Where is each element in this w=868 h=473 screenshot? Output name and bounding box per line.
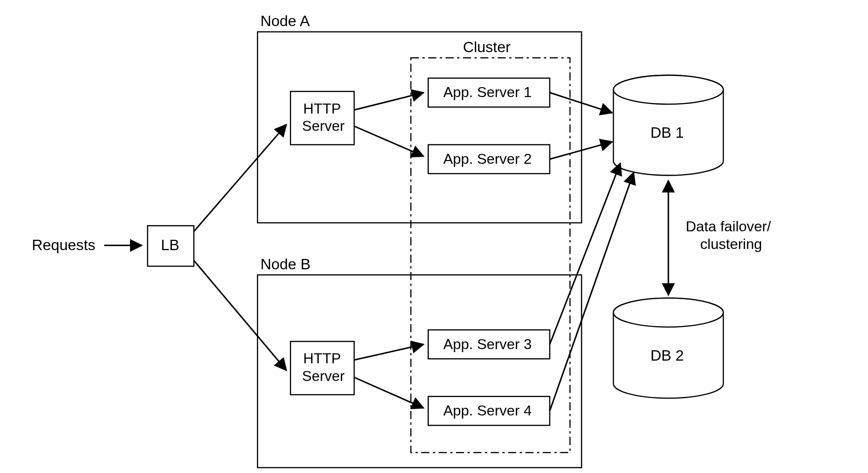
arrow-lb-to-httpB bbox=[194, 260, 286, 371]
arrow-app3-to-db1 bbox=[550, 163, 620, 344]
node-b-title: Node B bbox=[260, 255, 311, 272]
http-server-a-line2: Server bbox=[302, 118, 345, 134]
svg-point-1 bbox=[613, 75, 723, 104]
db1-label: DB 1 bbox=[651, 124, 684, 141]
failover-line1: Data failover/ bbox=[686, 218, 771, 234]
app-server-1-label: App. Server 1 bbox=[443, 84, 532, 100]
arrow-httpB-to-app4 bbox=[354, 377, 423, 408]
http-server-b-line1: HTTP bbox=[303, 350, 341, 366]
arrow-app1-to-db1 bbox=[550, 92, 612, 113]
arrow-httpA-to-app1 bbox=[354, 92, 423, 110]
failover-line2: clustering bbox=[700, 236, 762, 252]
db2-label: DB 2 bbox=[651, 347, 684, 364]
app-server-4-label: App. Server 4 bbox=[443, 402, 532, 419]
arrow-httpA-to-app2 bbox=[354, 126, 423, 156]
svg-point-3 bbox=[613, 298, 723, 327]
app-server-3-label: App. Server 3 bbox=[443, 336, 532, 352]
arrow-httpB-to-app3 bbox=[354, 344, 423, 360]
http-server-b-line2: Server bbox=[302, 368, 345, 384]
cluster-box bbox=[411, 58, 570, 453]
cluster-title: Cluster bbox=[463, 38, 511, 55]
arrow-app2-to-db1 bbox=[550, 142, 612, 159]
http-server-a-line1: HTTP bbox=[303, 101, 341, 117]
architecture-diagram: Requests LB Node A Node B Cluster HTTP S… bbox=[0, 0, 868, 473]
arrow-lb-to-httpA bbox=[194, 124, 286, 231]
requests-label: Requests bbox=[32, 236, 96, 253]
lb-label: LB bbox=[161, 236, 179, 253]
node-a-title: Node A bbox=[260, 12, 310, 29]
app-server-2-label: App. Server 2 bbox=[443, 151, 532, 167]
